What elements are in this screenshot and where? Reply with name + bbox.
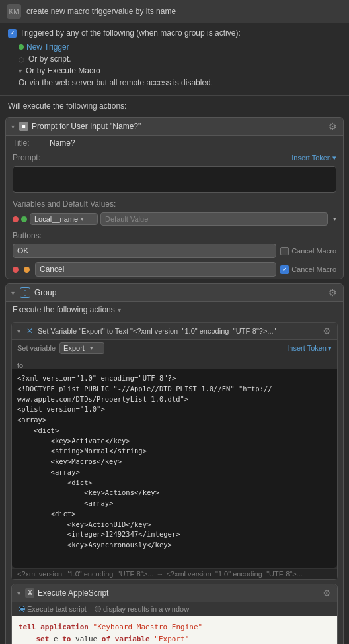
prompt-user-input-block: ▾ ■ Prompt for User Input "Name?" ⚙ Titl… bbox=[5, 117, 344, 279]
xml-line-15: <dict> bbox=[17, 478, 332, 488]
applescript-gear-icon[interactable]: ⚙ bbox=[321, 588, 332, 598]
execute-text-script-option[interactable]: Execute text script bbox=[19, 605, 87, 613]
code-area[interactable]: tell application "Keyboard Maestro Engin… bbox=[12, 616, 337, 644]
set-var-insert-token-btn[interactable]: Insert Token ▾ bbox=[287, 344, 332, 353]
xml-line-12: <string>Normal</string> bbox=[17, 446, 332, 457]
group-disclosure-arrow[interactable]: ▾ bbox=[11, 289, 15, 297]
xml-line-5: <array> bbox=[17, 415, 332, 426]
execute-disclosure[interactable]: ▾ bbox=[118, 306, 121, 314]
xml-line-2: <!DOCTYPE plist PUBLIC "-//Apple//DTD PL… bbox=[17, 384, 332, 394]
var-select-arrow: ▾ bbox=[81, 216, 84, 222]
new-trigger-link[interactable]: New Trigger bbox=[26, 42, 69, 52]
applescript-block: ▾ ⌘ Execute AppleScript ⚙ Execute text s… bbox=[11, 584, 338, 644]
trigger-checkbox[interactable] bbox=[8, 29, 17, 38]
set-variable-header: ▾ ✕ Set Variable "Export" to Text "<?xml… bbox=[12, 323, 337, 340]
script-options: Execute text script display results in a… bbox=[12, 602, 337, 616]
xml-area[interactable]: <?xml version="1.0" encoding="UTF-8"?> <… bbox=[12, 369, 337, 568]
title-label: Title: bbox=[13, 138, 46, 148]
or-via-web-item: Or via the web server but all remote acc… bbox=[8, 77, 341, 89]
title-value: Name? bbox=[50, 138, 336, 148]
ok-button-field[interactable]: OK bbox=[13, 244, 276, 258]
applescript-title: Execute AppleScript bbox=[38, 588, 108, 598]
set-var-disclosure[interactable]: ▾ bbox=[17, 328, 20, 335]
cancel-button-field[interactable]: Cancel bbox=[35, 262, 276, 277]
set-var-title: Set Variable "Export" to Text "<?xml ver… bbox=[38, 327, 276, 335]
var-row: Local__name ▾ Default Value ▾ bbox=[6, 210, 343, 228]
app-icon: KM bbox=[7, 4, 21, 19]
cancel-cancel-macro-checkbox[interactable] bbox=[280, 265, 289, 274]
execute-text-script-label: Execute text script bbox=[27, 605, 87, 613]
applescript-header-left: ▾ ⌘ Execute AppleScript bbox=[17, 588, 108, 598]
buttons-label: Buttons: bbox=[6, 228, 343, 242]
xml-line-1: <?xml version="1.0" encoding="UTF-8"?> bbox=[17, 373, 332, 384]
truncated-left: <?xml version="1.0" encoding="UTF-8">... bbox=[17, 570, 153, 578]
xml-line-13: <key>Macros</key> bbox=[17, 457, 332, 467]
code-line-1: tell application "Keyboard Maestro Engin… bbox=[19, 621, 330, 633]
title-bar: KM create new macro triggervalue by its … bbox=[0, 0, 349, 23]
cancel-button-row: Cancel Cancel Macro bbox=[6, 260, 343, 279]
to-label: to bbox=[17, 360, 23, 369]
group-header-left: ▾ {} Group bbox=[11, 287, 56, 298]
xml-line-16: <key>Actions</key> bbox=[17, 488, 332, 498]
execute-text: Execute the following actions bbox=[13, 305, 115, 314]
group-title: Group bbox=[34, 288, 56, 297]
xml-line-4: <plist version="1.0"> bbox=[17, 404, 332, 415]
variables-label: Variables and Default Values: bbox=[6, 197, 343, 210]
set-var-gear-icon[interactable]: ⚙ bbox=[321, 326, 332, 336]
title-row: Title: Name? bbox=[6, 136, 343, 150]
prompt-title: Prompt for User Input "Name?" bbox=[32, 122, 141, 131]
ok-button-row: OK Cancel Macro bbox=[6, 242, 343, 260]
execute-row: Execute the following actions ▾ bbox=[6, 302, 343, 318]
insert-token-chevron: ▾ bbox=[332, 154, 336, 162]
set-var-icon: ✕ bbox=[25, 326, 34, 336]
divider bbox=[0, 95, 349, 96]
truncated-arrow: → bbox=[156, 570, 163, 578]
trigger-header-text: Triggered by any of the following (when … bbox=[20, 28, 241, 38]
prompt-header-left: ▾ ■ Prompt for User Input "Name?" bbox=[11, 122, 141, 131]
display-results-option[interactable]: display results in a window bbox=[95, 605, 189, 613]
xml-line-14: <array> bbox=[17, 467, 332, 478]
new-trigger-item[interactable]: New Trigger bbox=[8, 41, 341, 53]
var-name-select[interactable]: Local__name ▾ bbox=[30, 213, 98, 225]
applescript-icon: ⌘ bbox=[25, 588, 34, 598]
to-row: to bbox=[12, 357, 337, 369]
set-var-label: Set variable bbox=[17, 344, 56, 352]
set-var-token-chevron: ▾ bbox=[328, 344, 332, 353]
prompt-text-area[interactable] bbox=[13, 166, 336, 193]
set-var-header-left: ▾ ✕ Set Variable "Export" to Text "<?xml… bbox=[17, 326, 276, 336]
xml-line-20: <integer>12492347</integer> bbox=[17, 529, 332, 540]
var-dot-green bbox=[21, 216, 27, 222]
cancel-cancel-macro-check: Cancel Macro bbox=[280, 265, 336, 274]
display-results-radio[interactable] bbox=[95, 606, 101, 612]
default-value-arrow: ▾ bbox=[333, 216, 336, 222]
prompt-insert-token-btn[interactable]: Insert Token ▾ bbox=[291, 154, 336, 162]
or-via-web-text: Or via the web server but all remote acc… bbox=[19, 78, 213, 87]
execute-text-script-radio[interactable] bbox=[19, 606, 25, 612]
default-value-field[interactable]: Default Value bbox=[100, 212, 328, 226]
or-by-execute-arrow: ▾ bbox=[19, 68, 22, 75]
prompt-disclosure-arrow[interactable]: ▾ bbox=[11, 123, 15, 130]
truncated-right: <?xml version="1.0" encoding="UTF-8">... bbox=[166, 570, 302, 578]
prompt-header: ▾ ■ Prompt for User Input "Name?" ⚙ bbox=[6, 118, 343, 136]
or-by-execute-macro-item: ▾ Or by Execute Macro bbox=[8, 65, 341, 77]
xml-line-10: <dict> bbox=[17, 426, 332, 436]
xml-line-19: <key>ActionUID</key> bbox=[17, 520, 332, 530]
display-results-label: display results in a window bbox=[103, 605, 189, 613]
xml-line-3: www.apple.com/DTDs/PropertyList-1.0.dtd"… bbox=[17, 394, 332, 405]
xml-truncated: <?xml version="1.0" encoding="UTF-8">...… bbox=[12, 568, 337, 579]
prompt-gear-icon[interactable]: ⚙ bbox=[327, 121, 338, 132]
group-gear-icon[interactable]: ⚙ bbox=[327, 287, 338, 298]
prompt-icon: ■ bbox=[19, 122, 28, 131]
set-variable-block: ▾ ✕ Set Variable "Export" to Text "<?xml… bbox=[11, 322, 338, 580]
set-variable-row: Set variable Export ▾ Insert Token ▾ bbox=[12, 340, 337, 357]
cancel-dot-red2 bbox=[24, 267, 30, 273]
will-execute-label: Will execute the following actions: bbox=[0, 99, 349, 115]
var-name-arrow: ▾ bbox=[90, 345, 93, 351]
applescript-header: ▾ ⌘ Execute AppleScript ⚙ bbox=[12, 584, 337, 602]
ok-cancel-macro-check: Cancel Macro bbox=[280, 247, 336, 255]
cancel-cancel-macro-label: Cancel Macro bbox=[291, 265, 336, 273]
ok-cancel-macro-checkbox[interactable] bbox=[280, 247, 289, 255]
var-select[interactable]: Export ▾ bbox=[59, 342, 104, 354]
var-dot-red bbox=[13, 216, 19, 222]
applescript-disclosure[interactable]: ▾ bbox=[17, 590, 20, 597]
